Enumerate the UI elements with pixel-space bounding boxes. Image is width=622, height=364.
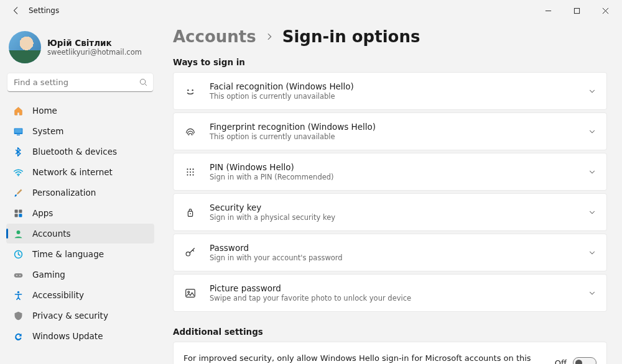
option-subtitle: Sign in with a physical security key	[210, 213, 575, 222]
nav-item-a11y[interactable]: Accessibility	[6, 285, 154, 305]
toggle-switch[interactable]	[573, 357, 596, 364]
finger-icon	[183, 125, 197, 139]
nav-item-shield[interactable]: Privacy & security	[6, 306, 154, 325]
user-email: sweetlikyuri@hotmail.com	[47, 48, 142, 57]
nav-item-label: Personalization	[32, 188, 96, 198]
nav-item-bluetooth[interactable]: Bluetooth & devices	[6, 142, 154, 162]
nav-item-user[interactable]: Accounts	[6, 224, 154, 243]
hello-only-text: For improved security, only allow Window…	[183, 353, 545, 364]
chevron-down-icon	[588, 289, 596, 298]
chevron-down-icon	[588, 248, 596, 257]
signin-option-pin[interactable]: PIN (Windows Hello)Sign in with a PIN (R…	[173, 153, 607, 191]
chevron-down-icon	[588, 168, 596, 176]
back-button[interactable]	[7, 2, 25, 19]
gaming-icon	[12, 269, 24, 280]
option-title: Security key	[210, 202, 575, 212]
option-subtitle: Swipe and tap your favorite photo to unl…	[210, 294, 575, 303]
key-icon	[183, 206, 197, 219]
pin-icon	[183, 165, 197, 179]
a11y-icon	[12, 289, 24, 301]
nav-item-label: Windows Update	[32, 331, 103, 341]
option-subtitle: Sign in with your account's password	[210, 253, 575, 262]
apps-icon	[12, 207, 24, 219]
main: Accounts Sign-in options Ways to sign in…	[160, 21, 622, 364]
signin-option-pic[interactable]: Picture passwordSwipe and tap your favor…	[173, 274, 607, 312]
update-icon	[12, 330, 24, 342]
system-icon	[12, 125, 24, 137]
option-title: Password	[210, 243, 575, 253]
nav-item-label: Accounts	[32, 229, 71, 239]
user-block[interactable]: Юрій Світлик sweetlikyuri@hotmail.com	[6, 27, 154, 72]
nav-item-label: Time & language	[32, 249, 104, 259]
section-additional-label: Additional settings	[173, 327, 607, 337]
nav-item-brush[interactable]: Personalization	[6, 183, 154, 202]
sidebar: Юрій Світлик sweetlikyuri@hotmail.com Ho…	[0, 21, 160, 364]
pwd-icon	[183, 246, 197, 260]
signin-option-face[interactable]: Facial recognition (Windows Hello)This o…	[173, 72, 607, 110]
nav-item-label: Privacy & security	[32, 311, 108, 321]
titlebar: Settings	[0, 0, 622, 21]
nav-item-label: Apps	[32, 208, 53, 218]
nav-item-update[interactable]: Windows Update	[6, 326, 154, 346]
maximize-button[interactable]	[562, 0, 591, 21]
option-subtitle: Sign in with a PIN (Recommended)	[210, 173, 575, 181]
nav-item-system[interactable]: System	[6, 121, 154, 141]
chevron-down-icon	[588, 87, 596, 96]
option-subtitle: This option is currently unavailable	[210, 92, 575, 101]
search	[7, 73, 153, 92]
page-title: Sign-in options	[282, 27, 420, 46]
face-icon	[183, 84, 197, 98]
option-title: Facial recognition (Windows Hello)	[210, 81, 575, 91]
signin-option-finger[interactable]: Fingerprint recognition (Windows Hello)T…	[173, 112, 607, 150]
nav-item-label: Network & internet	[32, 167, 113, 177]
brush-icon	[12, 187, 24, 198]
nav-item-label: Home	[32, 106, 57, 116]
nav-item-clock[interactable]: Time & language	[6, 244, 154, 264]
search-icon	[139, 78, 148, 87]
minimize-button[interactable]	[534, 0, 562, 21]
option-title: Picture password	[210, 283, 575, 293]
nav-item-label: System	[32, 126, 63, 136]
toggle-state: Off	[555, 358, 567, 365]
nav-item-label: Bluetooth & devices	[32, 147, 117, 157]
nav-item-home[interactable]: Home	[6, 101, 154, 121]
bluetooth-icon	[12, 146, 24, 157]
user-name: Юрій Світлик	[47, 38, 142, 48]
nav-item-apps[interactable]: Apps	[6, 203, 154, 223]
avatar	[9, 31, 41, 63]
window-title: Settings	[29, 6, 59, 15]
signin-option-key[interactable]: Security keySign in with a physical secu…	[173, 193, 607, 231]
nav: HomeSystemBluetooth & devicesNetwork & i…	[6, 101, 154, 346]
breadcrumb-parent[interactable]: Accounts	[173, 27, 256, 46]
option-title: Fingerprint recognition (Windows Hello)	[210, 122, 575, 132]
breadcrumb: Accounts Sign-in options	[173, 27, 607, 46]
clock-icon	[12, 248, 24, 260]
nav-item-label: Gaming	[32, 270, 65, 280]
chevron-right-icon	[265, 32, 274, 41]
search-input[interactable]	[7, 73, 153, 92]
chevron-down-icon	[588, 208, 596, 217]
option-title: PIN (Windows Hello)	[210, 162, 575, 172]
hello-only-row[interactable]: For improved security, only allow Window…	[173, 342, 607, 364]
close-button[interactable]	[591, 0, 620, 21]
wifi-icon	[12, 166, 24, 178]
section-ways-label: Ways to sign in	[173, 57, 607, 67]
home-icon	[12, 105, 24, 116]
nav-item-wifi[interactable]: Network & internet	[6, 162, 154, 182]
nav-item-gaming[interactable]: Gaming	[6, 265, 154, 284]
option-subtitle: This option is currently unavailable	[210, 132, 575, 141]
pic-icon	[183, 286, 197, 300]
user-icon	[12, 228, 24, 239]
shield-icon	[12, 310, 24, 321]
chevron-down-icon	[588, 127, 596, 136]
signin-option-pwd[interactable]: PasswordSign in with your account's pass…	[173, 234, 607, 271]
nav-item-label: Accessibility	[32, 290, 84, 300]
